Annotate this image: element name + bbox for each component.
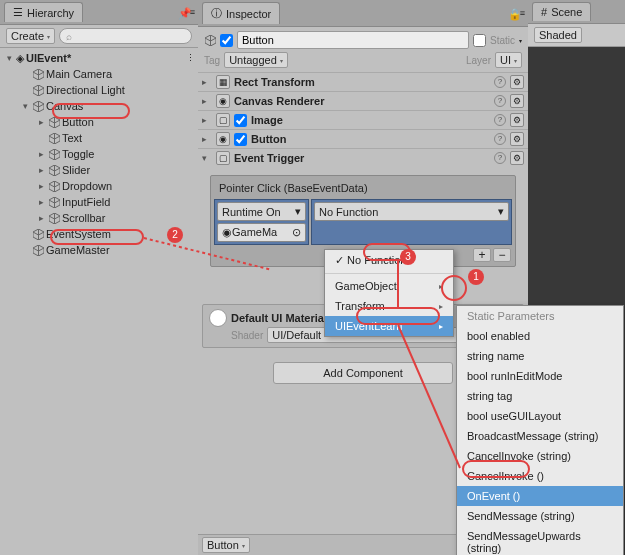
tab-inspector[interactable]: ⓘ Inspector — [202, 2, 280, 24]
gear-icon[interactable]: ⚙ — [510, 94, 524, 108]
component-image[interactable]: ▸▢Image?⚙ — [198, 111, 528, 129]
help-icon[interactable]: ? — [494, 76, 506, 88]
enable-checkbox[interactable] — [234, 133, 247, 146]
submenu-header: Static Parameters — [457, 306, 623, 326]
gear-icon[interactable]: ⚙ — [510, 151, 524, 165]
annotation-circle — [52, 103, 130, 119]
function-dropdown[interactable]: No Function▾ — [314, 202, 509, 221]
annotation-circle — [462, 460, 530, 478]
add-component-button[interactable]: Add Component — [273, 362, 453, 384]
tree-item[interactable]: ▸Slider — [0, 162, 198, 178]
menu-item[interactable]: SendMessage (string) — [457, 506, 623, 526]
panel-menu-icon[interactable]: ≡ — [520, 8, 524, 18]
material-preview-icon — [209, 309, 227, 327]
tree-item[interactable]: ▸Dropdown — [0, 178, 198, 194]
tree-item[interactable]: ▸InputField — [0, 194, 198, 210]
annotation-badge-3: 3 — [400, 249, 416, 265]
menu-item[interactable]: BroadcastMessage (string) — [457, 426, 623, 446]
add-event-button[interactable]: + — [473, 248, 491, 262]
menu-item[interactable]: string name — [457, 346, 623, 366]
panel-menu-icon[interactable]: ≡ — [190, 7, 194, 17]
menu-item[interactable]: bool enabled — [457, 326, 623, 346]
gear-icon[interactable]: ⚙ — [510, 132, 524, 146]
active-checkbox[interactable] — [220, 34, 233, 47]
layer-label: Layer — [466, 55, 491, 66]
annotation-circle — [441, 275, 467, 301]
component-rect-transform[interactable]: ▸▦Rect Transform?⚙ — [198, 73, 528, 91]
rect-icon: ▦ — [216, 75, 230, 89]
tag-dropdown[interactable]: Untagged▾ — [224, 52, 288, 68]
shading-mode-dropdown[interactable]: Shaded — [534, 27, 582, 43]
object-name-input[interactable] — [237, 31, 469, 49]
create-dropdown[interactable]: Create ▾ — [6, 28, 55, 44]
component-canvas-renderer[interactable]: ▸◉Canvas Renderer?⚙ — [198, 92, 528, 110]
function-submenu: Static Parameters bool enabled string na… — [456, 305, 624, 555]
footer-button[interactable]: Button▾ — [202, 537, 250, 553]
static-label: Static — [490, 35, 515, 46]
canvas-icon: ◉ — [216, 94, 230, 108]
menu-item[interactable]: bool useGUILayout — [457, 406, 623, 426]
tree-item[interactable]: Directional Light — [0, 82, 198, 98]
gear-icon[interactable]: ⚙ — [510, 75, 524, 89]
runtime-dropdown[interactable]: Runtime On▾ — [217, 202, 306, 221]
enable-checkbox[interactable] — [234, 114, 247, 127]
static-checkbox[interactable] — [473, 34, 486, 47]
help-icon[interactable]: ? — [494, 95, 506, 107]
menu-item[interactable]: bool runInEditMode — [457, 366, 623, 386]
tab-scene[interactable]: # Scene — [532, 2, 591, 21]
remove-event-button[interactable]: − — [493, 248, 511, 262]
search-input[interactable]: ⌕ — [59, 28, 192, 44]
component-button[interactable]: ▸◉Button?⚙ — [198, 130, 528, 148]
target-object-field[interactable]: ◉GameMa⊙ — [217, 223, 306, 242]
menu-item-onevent[interactable]: OnEvent () — [457, 486, 623, 506]
menu-item[interactable]: GameObject▸ — [325, 276, 453, 296]
gear-icon[interactable]: ⚙ — [510, 113, 524, 127]
tree-item[interactable]: ▸Toggle — [0, 146, 198, 162]
menu-item[interactable]: SendMessageUpwards (string) — [457, 526, 623, 555]
tree-item[interactable]: Main Camera — [0, 66, 198, 82]
shader-label: Shader — [231, 330, 263, 341]
annotation-badge-2: 2 — [167, 227, 183, 243]
tag-label: Tag — [204, 55, 220, 66]
annotation-circle — [50, 229, 144, 245]
annotation-badge-1: 1 — [468, 269, 484, 285]
button-icon: ◉ — [216, 132, 230, 146]
help-icon[interactable]: ? — [494, 133, 506, 145]
lock-icon[interactable]: 🔒 — [508, 8, 516, 18]
tree-item[interactable]: ▸Scrollbar — [0, 210, 198, 226]
menu-item[interactable]: string tag — [457, 386, 623, 406]
material-name: Default UI Material — [231, 312, 327, 324]
layer-dropdown[interactable]: UI▾ — [495, 52, 522, 68]
lock-icon[interactable]: 📌 — [178, 7, 186, 17]
annotation-circle — [356, 307, 440, 325]
event-section-title: Pointer Click (BaseEventData) — [213, 178, 513, 198]
tree-item[interactable]: Text — [0, 130, 198, 146]
help-icon[interactable]: ? — [494, 114, 506, 126]
tab-hierarchy[interactable]: ☰ Hierarchy — [4, 2, 83, 22]
component-event-trigger[interactable]: ▾▢Event Trigger?⚙ — [198, 149, 528, 167]
image-icon: ▢ — [216, 113, 230, 127]
script-icon: ▢ — [216, 151, 230, 165]
scene-row[interactable]: ▾◈ UIEvent*⋮ — [0, 50, 198, 66]
gameobject-icon — [204, 34, 216, 46]
help-icon[interactable]: ? — [494, 152, 506, 164]
